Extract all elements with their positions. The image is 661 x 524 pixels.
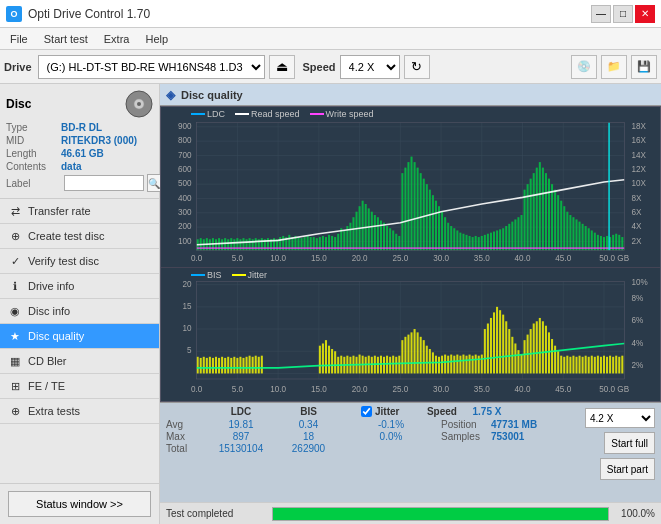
svg-rect-291 (426, 346, 428, 374)
jitter-checkbox[interactable] (361, 406, 372, 417)
svg-rect-175 (566, 212, 568, 251)
svg-rect-255 (261, 355, 263, 373)
speed-dropdown[interactable]: 4.2 X (585, 408, 655, 428)
maximize-button[interactable]: □ (613, 5, 633, 23)
toolbar: Drive (G:) HL-DT-ST BD-RE WH16NS48 1.D3 … (0, 50, 661, 84)
extra-tests-label: Extra tests (28, 405, 80, 417)
drive-label: Drive (4, 61, 32, 73)
svg-rect-178 (575, 219, 577, 250)
sidebar-item-cd-bler[interactable]: ▦ CD Bler (0, 349, 159, 374)
svg-rect-314 (496, 307, 498, 374)
drive-select[interactable]: (G:) HL-DT-ST BD-RE WH16NS48 1.D3 (38, 55, 265, 79)
svg-rect-305 (469, 354, 471, 373)
svg-rect-168 (545, 173, 547, 250)
menu-file[interactable]: File (4, 31, 34, 47)
svg-rect-108 (362, 201, 364, 251)
sidebar-item-transfer-rate[interactable]: ⇄ Transfer rate (0, 199, 159, 224)
svg-rect-247 (236, 358, 238, 374)
svg-text:500: 500 (178, 178, 192, 188)
titlebar-controls[interactable]: — □ ✕ (591, 5, 655, 23)
svg-rect-280 (392, 355, 394, 373)
svg-rect-252 (252, 357, 254, 374)
svg-rect-158 (514, 219, 516, 250)
svg-rect-284 (404, 337, 406, 374)
progress-bar-inner (273, 508, 608, 520)
svg-text:10X: 10X (631, 178, 646, 188)
extra-tests-icon: ⊕ (8, 404, 22, 418)
sidebar-item-drive-info[interactable]: ℹ Drive info (0, 274, 159, 299)
svg-rect-174 (563, 206, 565, 250)
fe-te-icon: ⊞ (8, 379, 22, 393)
app-icon: O (6, 6, 22, 22)
svg-rect-132 (435, 201, 437, 251)
svg-text:100: 100 (178, 235, 192, 245)
svg-rect-352 (612, 357, 614, 374)
svg-text:300: 300 (178, 207, 192, 217)
svg-rect-256 (319, 346, 321, 374)
svg-rect-340 (575, 357, 577, 374)
svg-rect-234 (197, 357, 199, 374)
svg-rect-170 (551, 184, 553, 250)
svg-rect-298 (447, 355, 449, 373)
menu-start-test[interactable]: Start test (38, 31, 94, 47)
speed-select[interactable]: 4.2 X (340, 55, 400, 79)
svg-rect-236 (203, 357, 205, 374)
svg-rect-318 (508, 329, 510, 373)
svg-rect-243 (224, 358, 226, 374)
refresh-button[interactable]: ↻ (404, 55, 430, 79)
svg-rect-332 (551, 339, 553, 373)
svg-rect-275 (377, 357, 379, 374)
svg-text:6%: 6% (631, 315, 643, 325)
start-full-button[interactable]: Start full (604, 432, 655, 454)
svg-rect-350 (606, 357, 608, 374)
svg-text:8X: 8X (631, 192, 641, 202)
sidebar-item-fe-te[interactable]: ⊞ FE / TE (0, 374, 159, 399)
svg-rect-285 (407, 334, 409, 373)
svg-rect-281 (395, 357, 397, 374)
close-button[interactable]: ✕ (635, 5, 655, 23)
read-speed-legend: Read speed (235, 109, 300, 119)
svg-rect-106 (356, 212, 358, 251)
sidebar-item-verify-test-disc[interactable]: ✓ Verify test disc (0, 249, 159, 274)
sidebar-item-extra-tests[interactable]: ⊕ Extra tests (0, 399, 159, 424)
sidebar-item-disc-quality[interactable]: ★ Disc quality (0, 324, 159, 349)
minimize-button[interactable]: — (591, 5, 611, 23)
status-window-button[interactable]: Status window >> (8, 491, 151, 517)
menubar: File Start test Extra Help (0, 28, 661, 50)
create-test-disc-label: Create test disc (28, 230, 104, 242)
svg-rect-160 (520, 215, 522, 250)
svg-text:40.0: 40.0 (515, 253, 531, 263)
svg-rect-335 (560, 355, 562, 373)
svg-text:20.0: 20.0 (352, 253, 368, 263)
svg-rect-286 (411, 332, 413, 373)
svg-text:15: 15 (182, 301, 191, 311)
contents-label: Contents (6, 161, 61, 172)
progress-bar-outer (272, 507, 609, 521)
svg-rect-295 (438, 357, 440, 374)
menu-extra[interactable]: Extra (98, 31, 136, 47)
svg-rect-328 (539, 318, 541, 373)
svg-text:45.0: 45.0 (555, 384, 571, 394)
svg-rect-258 (325, 340, 327, 373)
sidebar-item-create-test-disc[interactable]: ⊕ Create test disc (0, 224, 159, 249)
label-input[interactable] (64, 175, 144, 191)
start-part-button[interactable]: Start part (600, 458, 655, 480)
menu-help[interactable]: Help (139, 31, 174, 47)
label-search-button[interactable]: 🔍 (147, 174, 161, 192)
mid-label: MID (6, 135, 61, 146)
svg-text:200: 200 (178, 221, 192, 231)
eject-button[interactable]: ⏏ (269, 55, 295, 79)
save-button[interactable]: 💾 (631, 55, 657, 79)
svg-rect-249 (242, 358, 244, 374)
create-test-disc-icon: ⊕ (8, 229, 22, 243)
transfer-rate-icon: ⇄ (8, 204, 22, 218)
svg-rect-169 (548, 179, 550, 251)
folder-button[interactable]: 📁 (601, 55, 627, 79)
svg-rect-273 (371, 357, 373, 374)
total-label: Total (166, 443, 206, 454)
svg-rect-303 (462, 354, 464, 373)
disc-button[interactable]: 💿 (571, 55, 597, 79)
svg-text:2X: 2X (631, 235, 641, 245)
svg-rect-153 (499, 229, 501, 250)
sidebar-item-disc-info[interactable]: ◉ Disc info (0, 299, 159, 324)
